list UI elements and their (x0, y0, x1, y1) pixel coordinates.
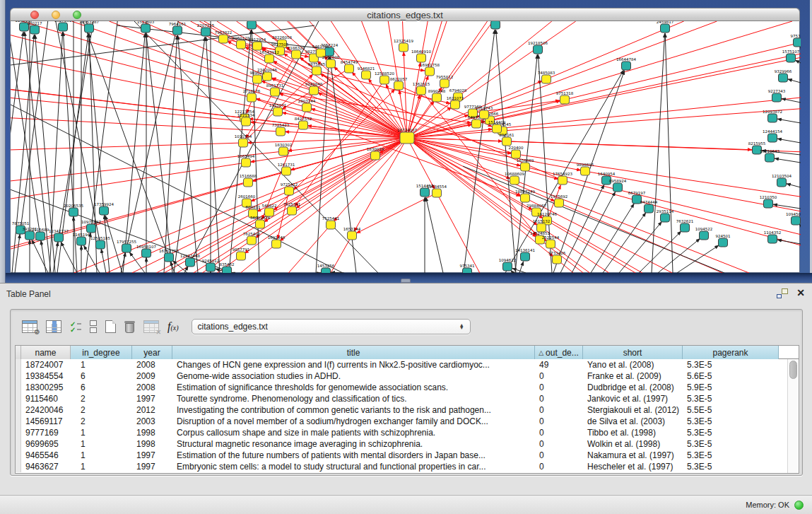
graph-node[interactable]: 12444154 (763, 129, 782, 142)
column-header-year[interactable]: year (132, 346, 172, 359)
network-canvas[interactable]: 2203137330217132706110553287152760379641… (10, 21, 800, 273)
scrollbar-thumb[interactable] (789, 361, 797, 379)
graph-node[interactable]: 12505185 (90, 236, 110, 249)
table-row[interactable]: 911546021997Tourette syndrome. Phenomeno… (16, 393, 799, 404)
graph-node[interactable]: 7625402 (243, 232, 261, 245)
graph-node[interactable]: 16210643 (760, 149, 779, 162)
graph-node[interactable]: 7625341 (283, 202, 301, 215)
graph-node[interactable]: 9875685 (308, 62, 326, 75)
function-builder-icon[interactable]: f(x) (167, 320, 179, 333)
close-panel-icon[interactable]: ✕ (796, 287, 805, 298)
graph-node[interactable]: 1653144 (343, 227, 361, 240)
table-row[interactable]: 2242004622012Investigating the contribut… (16, 404, 799, 416)
graph-node[interactable]: 8454749 (341, 60, 358, 73)
column-header-pagerank[interactable]: pagerank (683, 346, 779, 359)
graph-node[interactable]: 7632621 (676, 219, 694, 232)
table-row[interactable]: 946554611997Estimation of the future num… (16, 450, 799, 461)
graph-node[interactable]: 16961758 (420, 63, 440, 76)
graph-node[interactable]: 816161 (500, 133, 514, 146)
graph-node[interactable]: 10945012 (786, 212, 801, 225)
table-cell: 1 (71, 450, 132, 461)
graph-node[interactable]: 835462 (220, 262, 235, 273)
graph-node[interactable]: 2207315 (197, 23, 215, 36)
svg-text:18640910: 18640910 (411, 49, 431, 54)
column-header-short[interactable]: short (583, 346, 683, 359)
table-cell: 5.3E-5 (683, 461, 779, 472)
graph-node[interactable]: 9751318 (556, 91, 574, 104)
graph-node[interactable]: 17359924 (94, 202, 114, 215)
graph-node[interactable]: 8186328 (288, 46, 305, 59)
graph-node[interactable]: 9227343 (768, 89, 786, 102)
delete-column-icon[interactable] (124, 320, 135, 333)
graph-node[interactable]: 18640910 (411, 49, 431, 62)
graph-node[interactable]: 1691448 (268, 235, 286, 248)
table-body: 1872400712008Changes of HCN gene express… (16, 359, 799, 472)
graph-node[interactable]: 9146821 (358, 66, 375, 79)
graph-node[interactable]: 1104352 (764, 230, 782, 243)
column-header-title[interactable]: title (172, 346, 535, 359)
table-vertical-scrollbar[interactable] (787, 359, 799, 473)
graph-node[interactable]: 8427552 (295, 117, 312, 129)
graph-node[interactable]: 1094522 (695, 227, 713, 240)
graph-node[interactable]: 220400 (509, 146, 524, 158)
create-column-icon[interactable] (105, 320, 116, 333)
graph-node[interactable]: 10975887 (81, 220, 101, 233)
graph-node[interactable]: 12093872 (763, 110, 782, 122)
table-row[interactable]: 969969511998Structural magnetic resonanc… (16, 438, 799, 450)
graph-node[interactable]: 8960128 (233, 36, 250, 49)
window-titlebar[interactable]: citations_edges.txt (10, 8, 800, 21)
graph-node[interactable]: 16644784 (616, 57, 636, 70)
table-row[interactable]: 946362711997Embryonic stem cells: a mode… (16, 461, 799, 472)
graph-node[interactable]: 16958107 (136, 245, 156, 257)
column-visibility-icon[interactable] (46, 320, 61, 333)
table-cell: Genome-wide association studies in ADHD. (172, 370, 535, 382)
table-row[interactable]: 1830029562008Estimation of significance … (16, 382, 799, 393)
table-row[interactable]: 1938455462009Genome-wide association stu… (16, 370, 799, 382)
graph-node[interactable]: 17957255 (117, 240, 136, 252)
graph-node[interactable]: 2459817 (657, 21, 674, 33)
graph-node[interactable]: 1621072 (447, 96, 464, 109)
table-select-dropdown[interactable]: citations_edges.txt ▲▼ (192, 319, 471, 334)
graph-node[interactable]: 12103504 (772, 174, 792, 187)
graph-node[interactable]: 14136141 (515, 248, 535, 261)
column-header-out_de[interactable]: △out_de... (535, 346, 583, 359)
graph-node[interactable]: 9898695 (577, 163, 594, 175)
graph-node[interactable]: 975341 (460, 264, 475, 273)
delete-table-icon[interactable]: ✕ (143, 320, 159, 333)
table-cell: 2012 (132, 404, 172, 416)
graph-node[interactable]: 7525441 (322, 216, 340, 229)
graph-node[interactable]: 1575107 (782, 49, 800, 62)
graph-node[interactable]: 7325423 (272, 123, 290, 136)
split-view-icon[interactable] (90, 320, 97, 333)
graph-node[interactable]: 19584554 (427, 185, 447, 197)
graph-node[interactable]: 9245012 (202, 259, 220, 271)
svg-text:12588520: 12588520 (375, 71, 394, 76)
table-row[interactable]: 977716911998Corpus callosum shape and si… (16, 427, 799, 438)
graph-node[interactable]: 1210350 (760, 195, 777, 208)
graph-node[interactable]: 1656869 (517, 158, 534, 171)
graph-node[interactable]: 924501 (716, 234, 731, 247)
graph-node[interactable]: 1453256 (317, 264, 335, 273)
graph-node[interactable]: 10688609 (505, 172, 524, 185)
graph-node[interactable]: 1065494 (237, 154, 255, 167)
graph-node[interactable]: 18807249 (515, 189, 535, 202)
row-selection-mode-icon[interactable]: ✓✓ (70, 320, 81, 333)
table-row[interactable]: 1456911722003Disruption of a novel membe… (16, 416, 799, 427)
column-header-in_degree[interactable]: in_degree (71, 346, 132, 359)
graph-node[interactable]: 1830302 (275, 143, 293, 156)
graph-node[interactable]: 20206535 (64, 204, 83, 216)
table-row[interactable]: 1872400712008Changes of HCN gene express… (16, 359, 799, 370)
graph-node[interactable]: 8813054 (487, 21, 505, 29)
table-cell: 2003 (132, 416, 172, 427)
float-window-icon[interactable] (777, 288, 788, 298)
graph-node[interactable]: 10553287 (79, 21, 99, 33)
graph-node[interactable]: 8958924 (609, 179, 627, 192)
graph-node[interactable]: 7955812 (436, 75, 454, 88)
graph-node[interactable]: 9329966 (775, 69, 792, 82)
graph-node[interactable]: 1010754 (235, 134, 252, 147)
graph-hub-node[interactable]: 18724007 (397, 128, 417, 144)
graph-node[interactable]: 9857791 (233, 247, 250, 260)
column-header-name[interactable]: name (21, 346, 71, 359)
graph-node[interactable]: 1615132 (533, 219, 551, 232)
table-settings-icon[interactable]: ⚙ (22, 320, 37, 333)
